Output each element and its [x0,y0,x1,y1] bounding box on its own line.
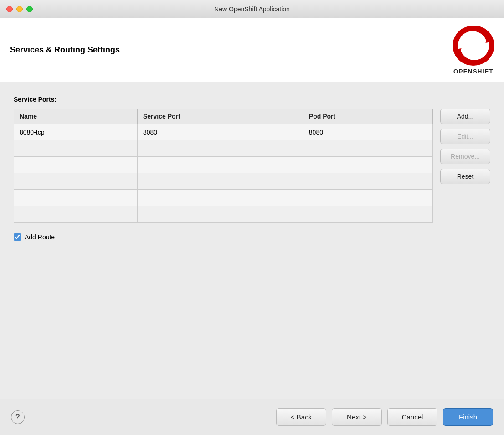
cell-pod_port [303,173,432,190]
header: Services & Routing Settings OPENSHIFT [0,18,504,82]
cell-name: 8080-tcp [14,124,138,140]
cell-pod_port [303,140,432,157]
footer-right: < Back Next > Cancel Finish [276,408,493,426]
col-pod-port: Pod Port [303,109,432,124]
openshift-logo-text: OPENSHIFT [453,68,494,75]
cell-name [14,173,138,190]
col-service-port: Service Port [137,109,303,124]
footer-left: ? [11,410,25,424]
cell-service_port [137,173,303,190]
ports-table[interactable]: Name Service Port Pod Port 8080-tcp80808… [14,109,433,223]
add-route-row: Add Route [14,233,490,241]
title-bar: New OpenShift Application [0,0,504,18]
help-button[interactable]: ? [11,410,25,424]
cell-service_port: 8080 [137,124,303,140]
openshift-logo: OPENSHIFT [453,25,494,75]
add-button[interactable]: Add... [440,109,490,124]
help-icon: ? [15,413,20,421]
finish-button[interactable]: Finish [443,408,493,426]
cell-pod_port [303,190,432,206]
next-button[interactable]: Next > [332,408,382,426]
back-button[interactable]: < Back [276,408,326,426]
cell-service_port [137,190,303,206]
table-header-row: Name Service Port Pod Port [14,109,433,124]
cell-name [14,140,138,157]
add-route-checkbox[interactable] [14,233,21,241]
page-title: Services & Routing Settings [10,45,120,55]
table-row[interactable] [14,190,433,206]
cell-service_port [137,206,303,223]
main-content: Service Ports: Name Service Port Pod Por… [0,82,504,399]
side-buttons: Add... Edit... Remove... Reset [440,109,490,184]
section-label: Service Ports: [14,96,490,103]
minimize-button[interactable] [16,6,23,12]
table-row[interactable] [14,140,433,157]
cell-pod_port [303,157,432,173]
remove-button[interactable]: Remove... [440,149,490,164]
table-row[interactable] [14,173,433,190]
table-row[interactable] [14,157,433,173]
footer: ? < Back Next > Cancel Finish [0,399,504,435]
table-row[interactable]: 8080-tcp80808080 [14,124,433,140]
window-title: New OpenShift Application [214,5,290,13]
close-button[interactable] [6,6,13,12]
edit-button[interactable]: Edit... [440,129,490,144]
cell-service_port [137,140,303,157]
cell-pod_port [303,206,432,223]
add-route-label: Add Route [25,233,55,241]
cell-name [14,157,138,173]
openshift-logo-icon [453,25,494,66]
maximize-button[interactable] [26,6,33,12]
window-controls[interactable] [6,6,33,12]
col-name: Name [14,109,138,124]
cancel-button[interactable]: Cancel [387,408,437,426]
table-and-buttons: Name Service Port Pod Port 8080-tcp80808… [14,109,490,223]
cell-pod_port: 8080 [303,124,432,140]
cell-name [14,190,138,206]
table-row[interactable] [14,206,433,223]
reset-button[interactable]: Reset [440,169,490,184]
cell-name [14,206,138,223]
cell-service_port [137,157,303,173]
